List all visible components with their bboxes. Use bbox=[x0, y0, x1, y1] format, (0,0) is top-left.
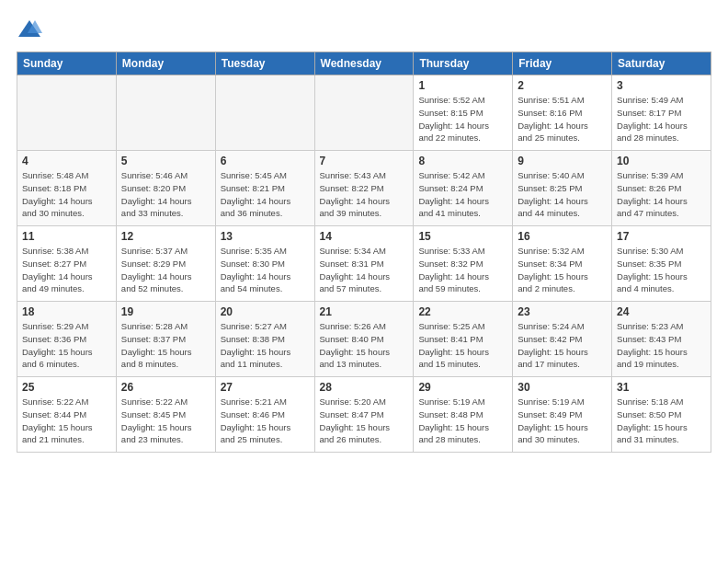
day-info: Sunrise: 5:48 AM Sunset: 8:18 PM Dayligh… bbox=[22, 169, 111, 220]
calendar-cell: 12Sunrise: 5:37 AM Sunset: 8:29 PM Dayli… bbox=[116, 226, 215, 302]
calendar-cell: 28Sunrise: 5:20 AM Sunset: 8:47 PM Dayli… bbox=[314, 377, 414, 453]
day-number: 13 bbox=[221, 230, 310, 243]
day-number: 15 bbox=[418, 230, 507, 243]
day-info: Sunrise: 5:49 AM Sunset: 8:17 PM Dayligh… bbox=[617, 94, 706, 144]
day-info: Sunrise: 5:35 AM Sunset: 8:30 PM Dayligh… bbox=[221, 245, 310, 295]
calendar-cell: 24Sunrise: 5:23 AM Sunset: 8:43 PM Dayli… bbox=[612, 302, 711, 377]
day-number: 8 bbox=[418, 155, 507, 167]
page: SundayMondayTuesdayWednesdayThursdayFrid… bbox=[0, 0, 728, 563]
weekday-header-row: SundayMondayTuesdayWednesdayThursdayFrid… bbox=[17, 52, 711, 75]
calendar-cell: 27Sunrise: 5:21 AM Sunset: 8:46 PM Dayli… bbox=[215, 377, 314, 453]
day-info: Sunrise: 5:21 AM Sunset: 8:46 PM Dayligh… bbox=[221, 396, 310, 446]
calendar-week-4: 18Sunrise: 5:29 AM Sunset: 8:36 PM Dayli… bbox=[17, 302, 711, 377]
day-info: Sunrise: 5:22 AM Sunset: 8:44 PM Dayligh… bbox=[22, 396, 111, 446]
calendar-cell: 14Sunrise: 5:34 AM Sunset: 8:31 PM Dayli… bbox=[314, 226, 414, 302]
day-info: Sunrise: 5:19 AM Sunset: 8:48 PM Dayligh… bbox=[418, 396, 507, 446]
day-number: 18 bbox=[22, 305, 111, 318]
day-number: 9 bbox=[518, 155, 607, 167]
weekday-header-thursday: Thursday bbox=[414, 52, 513, 75]
day-number: 1 bbox=[418, 79, 507, 92]
calendar-week-1: 1Sunrise: 5:52 AM Sunset: 8:15 PM Daylig… bbox=[17, 75, 711, 151]
day-info: Sunrise: 5:30 AM Sunset: 8:35 PM Dayligh… bbox=[617, 245, 706, 295]
calendar-cell: 29Sunrise: 5:19 AM Sunset: 8:48 PM Dayli… bbox=[414, 377, 513, 453]
weekday-header-monday: Monday bbox=[116, 52, 215, 75]
day-info: Sunrise: 5:45 AM Sunset: 8:21 PM Dayligh… bbox=[221, 169, 310, 220]
day-number: 23 bbox=[518, 305, 607, 318]
day-info: Sunrise: 5:29 AM Sunset: 8:36 PM Dayligh… bbox=[22, 320, 111, 371]
calendar-cell: 2Sunrise: 5:51 AM Sunset: 8:16 PM Daylig… bbox=[513, 75, 612, 151]
day-info: Sunrise: 5:52 AM Sunset: 8:15 PM Dayligh… bbox=[418, 94, 507, 144]
calendar-week-5: 25Sunrise: 5:22 AM Sunset: 8:44 PM Dayli… bbox=[17, 377, 711, 453]
day-info: Sunrise: 5:23 AM Sunset: 8:43 PM Dayligh… bbox=[617, 320, 706, 371]
day-number: 28 bbox=[320, 381, 409, 394]
calendar-cell: 5Sunrise: 5:46 AM Sunset: 8:20 PM Daylig… bbox=[116, 151, 215, 226]
day-info: Sunrise: 5:42 AM Sunset: 8:24 PM Dayligh… bbox=[418, 169, 507, 220]
calendar-cell: 22Sunrise: 5:25 AM Sunset: 8:41 PM Dayli… bbox=[414, 302, 513, 377]
day-number: 12 bbox=[121, 230, 210, 243]
day-number: 14 bbox=[320, 230, 409, 243]
day-number: 26 bbox=[121, 381, 210, 394]
calendar-cell: 30Sunrise: 5:19 AM Sunset: 8:49 PM Dayli… bbox=[513, 377, 612, 453]
day-info: Sunrise: 5:38 AM Sunset: 8:27 PM Dayligh… bbox=[22, 245, 111, 295]
weekday-header-sunday: Sunday bbox=[17, 52, 117, 75]
calendar-cell: 13Sunrise: 5:35 AM Sunset: 8:30 PM Dayli… bbox=[215, 226, 314, 302]
calendar-cell: 11Sunrise: 5:38 AM Sunset: 8:27 PM Dayli… bbox=[17, 226, 117, 302]
logo bbox=[17, 17, 46, 42]
calendar-cell: 18Sunrise: 5:29 AM Sunset: 8:36 PM Dayli… bbox=[17, 302, 117, 377]
day-number: 16 bbox=[518, 230, 607, 243]
day-number: 31 bbox=[617, 381, 706, 394]
day-number: 21 bbox=[320, 305, 409, 318]
day-number: 24 bbox=[617, 305, 706, 318]
day-info: Sunrise: 5:40 AM Sunset: 8:25 PM Dayligh… bbox=[518, 169, 607, 220]
weekday-header-wednesday: Wednesday bbox=[314, 52, 414, 75]
calendar-cell: 1Sunrise: 5:52 AM Sunset: 8:15 PM Daylig… bbox=[414, 75, 513, 151]
day-number: 4 bbox=[22, 155, 111, 167]
calendar-cell: 17Sunrise: 5:30 AM Sunset: 8:35 PM Dayli… bbox=[612, 226, 711, 302]
day-info: Sunrise: 5:20 AM Sunset: 8:47 PM Dayligh… bbox=[320, 396, 409, 446]
day-number: 10 bbox=[617, 155, 706, 167]
calendar-cell: 4Sunrise: 5:48 AM Sunset: 8:18 PM Daylig… bbox=[17, 151, 117, 226]
day-info: Sunrise: 5:25 AM Sunset: 8:41 PM Dayligh… bbox=[418, 320, 507, 371]
day-info: Sunrise: 5:19 AM Sunset: 8:49 PM Dayligh… bbox=[518, 396, 607, 446]
calendar-cell: 7Sunrise: 5:43 AM Sunset: 8:22 PM Daylig… bbox=[314, 151, 414, 226]
calendar-cell: 15Sunrise: 5:33 AM Sunset: 8:32 PM Dayli… bbox=[414, 226, 513, 302]
day-info: Sunrise: 5:24 AM Sunset: 8:42 PM Dayligh… bbox=[518, 320, 607, 371]
calendar-cell: 25Sunrise: 5:22 AM Sunset: 8:44 PM Dayli… bbox=[17, 377, 117, 453]
day-number: 7 bbox=[320, 155, 409, 167]
calendar-cell: 6Sunrise: 5:45 AM Sunset: 8:21 PM Daylig… bbox=[215, 151, 314, 226]
day-info: Sunrise: 5:37 AM Sunset: 8:29 PM Dayligh… bbox=[121, 245, 210, 295]
day-info: Sunrise: 5:32 AM Sunset: 8:34 PM Dayligh… bbox=[518, 245, 607, 295]
header bbox=[17, 17, 711, 42]
calendar-cell bbox=[17, 75, 117, 151]
calendar-week-2: 4Sunrise: 5:48 AM Sunset: 8:18 PM Daylig… bbox=[17, 151, 711, 226]
day-info: Sunrise: 5:28 AM Sunset: 8:37 PM Dayligh… bbox=[121, 320, 210, 371]
calendar-cell bbox=[215, 75, 314, 151]
logo-icon bbox=[17, 17, 42, 42]
day-number: 3 bbox=[617, 79, 706, 92]
day-number: 6 bbox=[221, 155, 310, 167]
calendar-week-3: 11Sunrise: 5:38 AM Sunset: 8:27 PM Dayli… bbox=[17, 226, 711, 302]
day-number: 27 bbox=[221, 381, 310, 394]
calendar-table: SundayMondayTuesdayWednesdayThursdayFrid… bbox=[17, 52, 711, 453]
weekday-header-friday: Friday bbox=[513, 52, 612, 75]
day-number: 20 bbox=[221, 305, 310, 318]
calendar-cell: 23Sunrise: 5:24 AM Sunset: 8:42 PM Dayli… bbox=[513, 302, 612, 377]
calendar-cell: 3Sunrise: 5:49 AM Sunset: 8:17 PM Daylig… bbox=[612, 75, 711, 151]
day-info: Sunrise: 5:22 AM Sunset: 8:45 PM Dayligh… bbox=[121, 396, 210, 446]
day-number: 29 bbox=[418, 381, 507, 394]
day-number: 11 bbox=[22, 230, 111, 243]
calendar-cell: 31Sunrise: 5:18 AM Sunset: 8:50 PM Dayli… bbox=[612, 377, 711, 453]
calendar-cell: 8Sunrise: 5:42 AM Sunset: 8:24 PM Daylig… bbox=[414, 151, 513, 226]
day-number: 25 bbox=[22, 381, 111, 394]
calendar-cell: 26Sunrise: 5:22 AM Sunset: 8:45 PM Dayli… bbox=[116, 377, 215, 453]
calendar-cell: 21Sunrise: 5:26 AM Sunset: 8:40 PM Dayli… bbox=[314, 302, 414, 377]
day-info: Sunrise: 5:34 AM Sunset: 8:31 PM Dayligh… bbox=[320, 245, 409, 295]
day-number: 17 bbox=[617, 230, 706, 243]
day-info: Sunrise: 5:39 AM Sunset: 8:26 PM Dayligh… bbox=[617, 169, 706, 220]
calendar-cell: 10Sunrise: 5:39 AM Sunset: 8:26 PM Dayli… bbox=[612, 151, 711, 226]
day-number: 30 bbox=[518, 381, 607, 394]
day-number: 22 bbox=[418, 305, 507, 318]
calendar-cell bbox=[116, 75, 215, 151]
day-info: Sunrise: 5:51 AM Sunset: 8:16 PM Dayligh… bbox=[518, 94, 607, 144]
day-info: Sunrise: 5:33 AM Sunset: 8:32 PM Dayligh… bbox=[418, 245, 507, 295]
